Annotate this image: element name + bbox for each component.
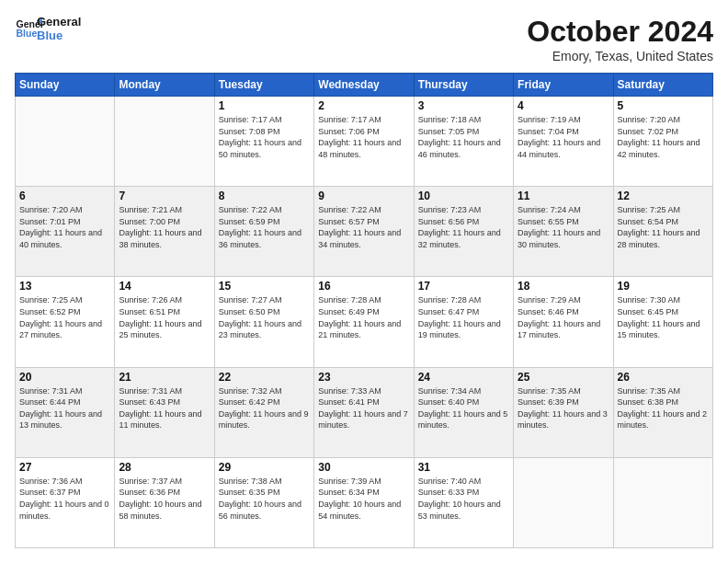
day-number: 9 [318, 190, 409, 202]
day-number: 28 [119, 461, 210, 474]
calendar-week-row: 13Sunrise: 7:25 AM Sunset: 6:52 PM Dayli… [16, 277, 713, 367]
table-row: 25Sunrise: 7:35 AM Sunset: 6:39 PM Dayli… [514, 367, 613, 457]
table-row: 27Sunrise: 7:36 AM Sunset: 6:37 PM Dayli… [16, 457, 115, 547]
day-info: Sunrise: 7:24 AM Sunset: 6:55 PM Dayligh… [518, 204, 609, 250]
calendar-table: Sunday Monday Tuesday Wednesday Thursday… [15, 73, 713, 548]
day-info: Sunrise: 7:25 AM Sunset: 6:52 PM Dayligh… [19, 294, 110, 340]
day-info: Sunrise: 7:31 AM Sunset: 6:44 PM Dayligh… [19, 385, 110, 431]
day-number: 30 [318, 461, 409, 474]
title-block: October 2024 Emory, Texas, United States [527, 15, 713, 63]
day-info: Sunrise: 7:26 AM Sunset: 6:51 PM Dayligh… [119, 294, 210, 340]
table-row: 16Sunrise: 7:28 AM Sunset: 6:49 PM Dayli… [314, 277, 414, 367]
day-number: 6 [19, 190, 110, 202]
day-number: 12 [618, 190, 709, 202]
day-info: Sunrise: 7:23 AM Sunset: 6:56 PM Dayligh… [418, 204, 509, 250]
day-number: 22 [219, 371, 310, 384]
calendar-week-row: 20Sunrise: 7:31 AM Sunset: 6:44 PM Dayli… [16, 367, 713, 457]
table-row: 30Sunrise: 7:39 AM Sunset: 6:34 PM Dayli… [314, 457, 414, 547]
day-info: Sunrise: 7:22 AM Sunset: 6:59 PM Dayligh… [219, 204, 310, 250]
table-row: 5Sunrise: 7:20 AM Sunset: 7:02 PM Daylig… [613, 97, 712, 187]
day-number: 4 [518, 99, 609, 112]
day-info: Sunrise: 7:40 AM Sunset: 6:33 PM Dayligh… [418, 476, 509, 522]
day-info: Sunrise: 7:18 AM Sunset: 7:05 PM Dayligh… [418, 114, 509, 160]
table-row [613, 457, 712, 547]
day-number: 24 [418, 371, 509, 384]
day-number: 7 [119, 190, 210, 202]
table-row: 4Sunrise: 7:19 AM Sunset: 7:04 PM Daylig… [514, 97, 613, 187]
day-info: Sunrise: 7:37 AM Sunset: 6:36 PM Dayligh… [119, 476, 210, 522]
table-row: 7Sunrise: 7:21 AM Sunset: 7:00 PM Daylig… [115, 187, 214, 277]
day-number: 31 [418, 461, 509, 474]
location: Emory, Texas, United States [527, 49, 713, 63]
calendar-week-row: 1Sunrise: 7:17 AM Sunset: 7:08 PM Daylig… [16, 97, 713, 187]
day-info: Sunrise: 7:38 AM Sunset: 6:35 PM Dayligh… [219, 476, 310, 522]
table-row: 1Sunrise: 7:17 AM Sunset: 7:08 PM Daylig… [214, 97, 313, 187]
day-number: 26 [618, 371, 709, 384]
day-number: 20 [19, 371, 110, 384]
day-info: Sunrise: 7:17 AM Sunset: 7:06 PM Dayligh… [318, 114, 409, 160]
day-info: Sunrise: 7:19 AM Sunset: 7:04 PM Dayligh… [518, 114, 609, 160]
col-monday: Monday [115, 74, 214, 97]
table-row: 17Sunrise: 7:28 AM Sunset: 6:47 PM Dayli… [414, 277, 513, 367]
day-info: Sunrise: 7:20 AM Sunset: 7:01 PM Dayligh… [19, 204, 110, 250]
day-number: 15 [219, 280, 310, 293]
day-info: Sunrise: 7:27 AM Sunset: 6:50 PM Dayligh… [219, 294, 310, 340]
day-info: Sunrise: 7:29 AM Sunset: 6:46 PM Dayligh… [518, 294, 609, 340]
day-number: 8 [219, 190, 310, 202]
day-number: 16 [318, 280, 409, 293]
table-row: 9Sunrise: 7:22 AM Sunset: 6:57 PM Daylig… [314, 187, 414, 277]
table-row: 26Sunrise: 7:35 AM Sunset: 6:38 PM Dayli… [613, 367, 712, 457]
table-row: 12Sunrise: 7:25 AM Sunset: 6:54 PM Dayli… [613, 187, 712, 277]
table-row: 20Sunrise: 7:31 AM Sunset: 6:44 PM Dayli… [16, 367, 115, 457]
calendar-week-row: 6Sunrise: 7:20 AM Sunset: 7:01 PM Daylig… [16, 187, 713, 277]
col-sunday: Sunday [16, 74, 115, 97]
day-number: 3 [418, 99, 509, 112]
day-number: 21 [119, 371, 210, 384]
logo-line2: Blue [37, 29, 81, 42]
header: General Blue General Blue October 2024 E… [15, 15, 713, 63]
logo: General Blue General Blue [15, 15, 81, 42]
table-row: 15Sunrise: 7:27 AM Sunset: 6:50 PM Dayli… [214, 277, 313, 367]
logo-line1: General [37, 15, 81, 29]
col-friday: Friday [514, 74, 613, 97]
col-saturday: Saturday [613, 74, 712, 97]
table-row: 2Sunrise: 7:17 AM Sunset: 7:06 PM Daylig… [314, 97, 414, 187]
day-number: 5 [618, 99, 709, 112]
day-info: Sunrise: 7:17 AM Sunset: 7:08 PM Dayligh… [219, 114, 310, 160]
table-row: 22Sunrise: 7:32 AM Sunset: 6:42 PM Dayli… [214, 367, 313, 457]
day-info: Sunrise: 7:34 AM Sunset: 6:40 PM Dayligh… [418, 385, 509, 431]
table-row: 19Sunrise: 7:30 AM Sunset: 6:45 PM Dayli… [613, 277, 712, 367]
day-info: Sunrise: 7:28 AM Sunset: 6:49 PM Dayligh… [318, 294, 409, 340]
table-row: 8Sunrise: 7:22 AM Sunset: 6:59 PM Daylig… [214, 187, 313, 277]
day-number: 23 [318, 371, 409, 384]
day-info: Sunrise: 7:31 AM Sunset: 6:43 PM Dayligh… [119, 385, 210, 431]
table-row [514, 457, 613, 547]
table-row [115, 97, 214, 187]
day-info: Sunrise: 7:20 AM Sunset: 7:02 PM Dayligh… [618, 114, 709, 160]
table-row: 3Sunrise: 7:18 AM Sunset: 7:05 PM Daylig… [414, 97, 513, 187]
day-info: Sunrise: 7:36 AM Sunset: 6:37 PM Dayligh… [19, 476, 110, 522]
table-row: 21Sunrise: 7:31 AM Sunset: 6:43 PM Dayli… [115, 367, 214, 457]
day-number: 2 [318, 99, 409, 112]
day-info: Sunrise: 7:35 AM Sunset: 6:38 PM Dayligh… [618, 385, 709, 431]
table-row: 24Sunrise: 7:34 AM Sunset: 6:40 PM Dayli… [414, 367, 513, 457]
table-row: 18Sunrise: 7:29 AM Sunset: 6:46 PM Dayli… [514, 277, 613, 367]
col-tuesday: Tuesday [214, 74, 313, 97]
day-info: Sunrise: 7:30 AM Sunset: 6:45 PM Dayligh… [618, 294, 709, 340]
table-row: 31Sunrise: 7:40 AM Sunset: 6:33 PM Dayli… [414, 457, 513, 547]
table-row: 6Sunrise: 7:20 AM Sunset: 7:01 PM Daylig… [16, 187, 115, 277]
col-thursday: Thursday [414, 74, 513, 97]
day-info: Sunrise: 7:32 AM Sunset: 6:42 PM Dayligh… [219, 385, 310, 431]
day-info: Sunrise: 7:22 AM Sunset: 6:57 PM Dayligh… [318, 204, 409, 250]
table-row: 23Sunrise: 7:33 AM Sunset: 6:41 PM Dayli… [314, 367, 414, 457]
svg-text:Blue: Blue [17, 28, 38, 39]
day-number: 11 [518, 190, 609, 202]
day-number: 27 [19, 461, 110, 474]
day-number: 25 [518, 371, 609, 384]
day-info: Sunrise: 7:35 AM Sunset: 6:39 PM Dayligh… [518, 385, 609, 431]
day-info: Sunrise: 7:21 AM Sunset: 7:00 PM Dayligh… [119, 204, 210, 250]
day-number: 19 [618, 280, 709, 293]
col-wednesday: Wednesday [314, 74, 414, 97]
day-number: 14 [119, 280, 210, 293]
table-row: 11Sunrise: 7:24 AM Sunset: 6:55 PM Dayli… [514, 187, 613, 277]
